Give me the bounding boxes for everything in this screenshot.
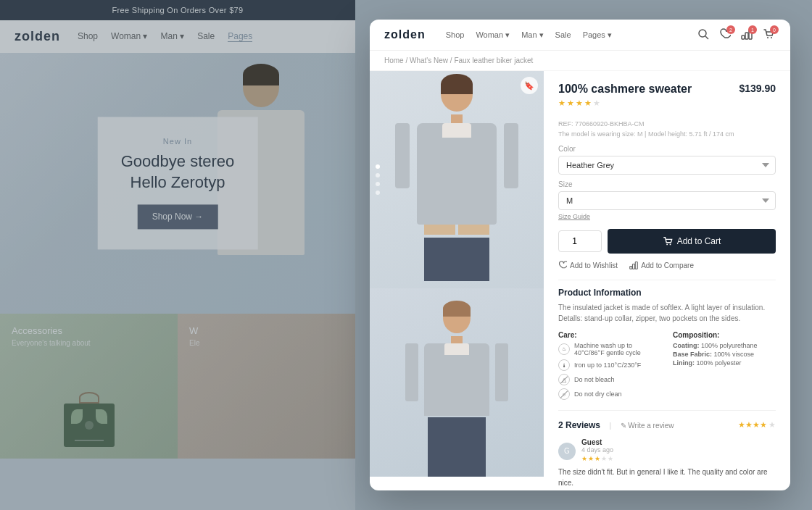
review-text-1: The size didn't fit. But in general I li… [558,467,776,488]
product-ref: REF: 770660920-BKHBA-CM The model is wea… [558,120,776,139]
no-bleach-icon: △ [558,374,570,385]
product-info-title: Product Information [558,288,776,298]
svg-rect-11 [635,262,637,269]
svg-rect-2 [742,35,745,39]
quantity-input[interactable] [558,230,602,252]
product-price: $139.90 [739,83,776,94]
product-image-2 [370,288,544,477]
no-dry-clean: ○ Do not dry clean [558,388,661,400]
add-to-cart-button[interactable]: Add to Cart [608,229,776,254]
hand-left [424,225,455,235]
svg-point-0 [699,30,706,37]
comp-lining: Lining: 100% polyester [673,359,776,367]
svg-rect-3 [745,33,748,39]
modal-nav: zolden Shop Woman ▾ Man ▾ Sale Pages ▾ [370,20,790,51]
modal-nav-pages[interactable]: Pages ▾ [583,30,612,40]
care-composition: Care: ♨ Machine wash up to 40°C/86°F gen… [558,331,776,403]
bookmark-button[interactable]: 🔖 [521,77,538,94]
review-stars-1: ★ ★ ★ ★ ★ [581,455,776,462]
modal-nav-shop[interactable]: Shop [446,30,465,40]
product-body: 🔖 [370,71,790,490]
care-item-wash: ♨ Machine wash up to 40°C/86°F gentle cy… [558,342,661,356]
svg-point-6 [771,37,772,38]
review-item-1: G Guest 4 days ago ★ ★ ★ ★ ★ [558,438,776,490]
overall-rating-stars: ★★★★ ★ [738,420,776,430]
comp-base: Base Fabric: 100% viscose [673,351,776,358]
reviews-header: 2 Reviews | ✎ Write a review ★★★★ ★ [558,418,776,431]
product-rating-stars: ★ ★ ★ ★ ★ [558,99,692,108]
composition-column: Composition: Coating: 100% polyurethane … [673,331,776,403]
product-details: 100% cashmere sweater ★ ★ ★ ★ ★ $139.90 … [544,71,790,490]
reviewer-name-1: Guest [581,438,776,446]
iron-icon: 🌡 [558,359,570,371]
wash-icon: ♨ [558,343,570,355]
sweater-model-2 [370,303,544,477]
add-to-compare-button[interactable]: Add to Compare [629,261,694,269]
size-label: Size [558,180,776,188]
add-to-wishlist-button[interactable]: Add to Wishlist [558,261,618,269]
product-info-text: The insulated jacket is made of softlex.… [558,302,776,324]
modal-nav-sale[interactable]: Sale [555,30,571,40]
cart-badge: 0 [770,25,779,34]
product-main-image: 🔖 [370,71,544,288]
wishlist-compare-row: Add to Wishlist Add to Compare [558,261,776,269]
no-bleach: △ Do not bleach [558,374,661,385]
modal-nav-man[interactable]: Man ▾ [521,30,543,40]
svg-point-5 [767,37,768,38]
product-modal: zolden Shop Woman ▾ Man ▾ Sale Pages ▾ [370,20,790,490]
modal-logo: zolden [384,28,426,41]
svg-rect-9 [630,267,632,269]
cart-icon[interactable]: 0 [763,28,776,41]
write-review-button[interactable]: ✎ Write a review [621,422,674,430]
wishlist-badge: 2 [726,25,735,34]
reviews-title: 2 Reviews [558,420,600,430]
svg-point-8 [669,244,671,246]
search-icon[interactable] [697,28,710,41]
reviews-section: 2 Reviews | ✎ Write a review ★★★★ ★ G [558,410,776,490]
wishlist-icon[interactable]: 2 [719,28,732,41]
hand-right [458,225,489,235]
size-guide-link[interactable]: Size Guide [558,213,776,220]
modal-nav-right: 2 1 0 [697,28,776,41]
color-select[interactable]: Heather Grey [558,156,776,175]
product-header: 100% cashmere sweater ★ ★ ★ ★ ★ $139.90 [558,83,776,114]
care-item-iron: 🌡 Iron up to 110°C/230°F [558,359,661,371]
modal-nav-woman[interactable]: Woman ▾ [476,30,510,40]
breadcrumb: Home / What's New / Faux leather biker j… [370,51,790,71]
svg-point-7 [666,244,668,246]
product-title: 100% cashmere sweater [558,83,692,96]
comp-coating: Coating: 100% polyurethane [673,342,776,349]
sweater-model-1 [370,71,544,281]
modal-overlay: zolden Shop Woman ▾ Man ▾ Sale Pages ▾ [0,0,812,510]
svg-line-1 [705,36,708,39]
modal-nav-links: Shop Woman ▾ Man ▾ Sale Pages ▾ [446,30,612,40]
image-nav-dots [376,164,380,195]
quantity-cart-row: Add to Cart [558,229,776,254]
product-info-section: Product Information The insulated jacket… [558,280,776,403]
compare-badge: 1 [748,25,757,34]
review-meta-1: G Guest 4 days ago ★ ★ ★ ★ ★ [558,438,776,464]
size-select[interactable]: M [558,191,776,210]
reviewer-date-1: 4 days ago [581,446,776,453]
compare-icon[interactable]: 1 [741,28,754,41]
color-label: Color [558,145,776,153]
no-dry-clean-icon: ○ [558,388,570,400]
svg-rect-10 [633,264,635,269]
product-images: 🔖 [370,71,544,490]
reviewer-avatar-1: G [558,443,576,460]
care-column: Care: ♨ Machine wash up to 40°C/86°F gen… [558,331,661,403]
